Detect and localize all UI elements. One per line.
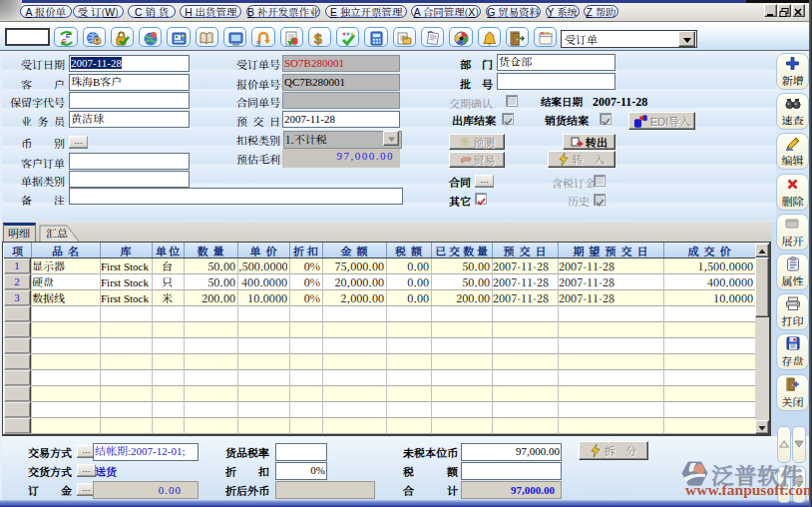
svg-text:$: $: [314, 30, 322, 47]
svg-text:G: G: [62, 36, 67, 45]
svg-text:5: 5: [256, 38, 260, 47]
